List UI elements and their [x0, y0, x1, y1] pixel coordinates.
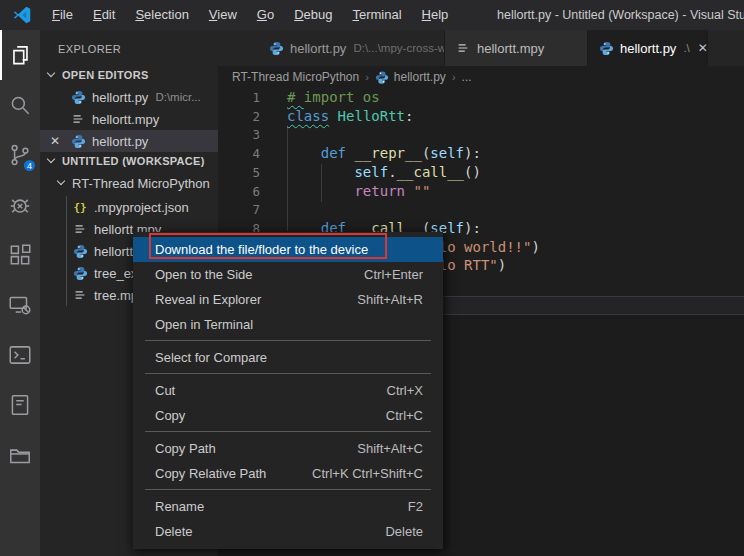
open-editor-hellortt.py[interactable]: hellortt.pyD:\micr... [40, 86, 218, 108]
code-line-3: 3 [218, 125, 744, 144]
context-menu-item-cut[interactable]: CutCtrl+X [133, 378, 443, 403]
tab-hellortt.mpy[interactable]: hellortt.mpy [445, 30, 588, 66]
context-menu-item-open-in-terminal[interactable]: Open in Terminal [133, 312, 443, 337]
menu-item-shortcut: F2 [408, 499, 423, 514]
open-editor-hellortt.py[interactable]: ✕hellortt.py [40, 130, 218, 152]
menu-edit[interactable]: Edit [83, 0, 125, 30]
breadcrumb-item[interactable]: RT-Thread MicroPython [232, 70, 359, 84]
python-icon [375, 70, 389, 84]
chevron-down-icon [47, 69, 55, 77]
menu-item-label: Copy Path [155, 441, 216, 456]
menu-item-label: Open to the Side [155, 267, 253, 282]
python-icon [70, 133, 86, 149]
code-line-1: 1# import os [218, 88, 744, 107]
menu-item-label: Cut [155, 383, 175, 398]
debug-icon[interactable] [0, 180, 40, 230]
folder-icon[interactable] [0, 430, 40, 480]
open-editors-list: hellortt.pyD:\micr...hellortt.mpy✕hellor… [40, 86, 218, 152]
menu-separator [145, 489, 431, 490]
code-line-5: 5 self.__call__() [218, 163, 744, 182]
line-number: 6 [218, 182, 260, 201]
tab-hellortt.py-active[interactable]: hellortt.py.\✕ [588, 30, 708, 66]
menu-view[interactable]: View [199, 0, 247, 30]
close-icon[interactable]: ✕ [40, 134, 70, 148]
context-menu-item-select-for-compare[interactable]: Select for Compare [133, 345, 443, 370]
menu-item-label: Copy [155, 408, 185, 423]
menu-separator [145, 431, 431, 432]
breadcrumb-item[interactable]: ... [462, 70, 472, 84]
explorer-icon[interactable] [0, 30, 40, 80]
menu-item-label: Rename [155, 499, 204, 514]
code-line-7: 7 [218, 200, 744, 219]
tab-hellortt.py[interactable]: hellortt.pyD:\...\mpy-cross-win [218, 30, 445, 66]
source-control-icon[interactable]: 4 [0, 130, 40, 180]
file-icon [70, 111, 86, 127]
python-icon [72, 243, 88, 259]
file-label: .mpyproject.json [94, 200, 189, 215]
tree-folder-rt-thread-micropython[interactable]: RT-Thread MicroPython [40, 172, 218, 194]
breadcrumb: RT-Thread MicroPython›hellortt.py›... [218, 66, 744, 88]
annotation-box [149, 233, 387, 259]
context-menu-item-copy[interactable]: CopyCtrl+C [133, 403, 443, 428]
file-path: D:\micr... [155, 91, 200, 103]
sidebar-title: EXPLORER [58, 43, 121, 55]
context-menu-item-open-to-the-side[interactable]: Open to the SideCtrl+Enter [133, 262, 443, 287]
section-workspace[interactable]: UNTITLED (WORKSPACE) [40, 150, 218, 172]
menu-selection[interactable]: Selection [125, 0, 198, 30]
tree-item-.mpyproject.json[interactable]: {}.mpyproject.json [40, 196, 218, 218]
vscode-logo-icon [12, 5, 32, 25]
context-menu-item-rename[interactable]: RenameF2 [133, 494, 443, 519]
menu-debug[interactable]: Debug [284, 0, 342, 30]
menu-item-label: Select for Compare [155, 350, 267, 365]
menu-item-shortcut: Ctrl+X [387, 383, 423, 398]
python-icon [70, 89, 86, 105]
tab-label: hellortt.py [620, 41, 676, 56]
context-menu-item-delete[interactable]: DeleteDelete [133, 519, 443, 544]
section-open-editors[interactable]: OPEN EDITORS [40, 64, 218, 86]
tab-path: .\ [683, 42, 689, 54]
menu-item-shortcut: Delete [385, 524, 423, 539]
line-number: 7 [218, 200, 260, 219]
vscode-window: FileEditSelectionViewGoDebugTerminalHelp… [0, 0, 744, 556]
code-line-4: 4 def __repr__(self): [218, 144, 744, 163]
file-icon [72, 221, 88, 237]
line-content: # import os [287, 88, 380, 107]
menu-item-label: Open in Terminal [155, 317, 253, 332]
remote-device-icon[interactable] [0, 280, 40, 330]
context-menu-item-copy-relative-path[interactable]: Copy Relative PathCtrl+K Ctrl+Shift+C [133, 461, 443, 486]
menu-terminal[interactable]: Terminal [342, 0, 411, 30]
open-editor-hellortt.mpy[interactable]: hellortt.mpy [40, 108, 218, 130]
menu-go[interactable]: Go [247, 0, 284, 30]
breadcrumb-item[interactable]: hellortt.py [394, 70, 446, 84]
terminal-icon[interactable] [0, 330, 40, 380]
context-menu-item-reveal-in-explorer[interactable]: Reveal in ExplorerShift+Alt+R [133, 287, 443, 312]
activity-bar: 4 [0, 30, 40, 556]
menu-item-shortcut: Shift+Alt+R [357, 292, 423, 307]
file-label: hellortt.py [92, 134, 148, 149]
python-icon [72, 265, 88, 281]
menu-item-label: Reveal in Explorer [155, 292, 261, 307]
line-content: class HelloRtt: [287, 107, 413, 126]
tab-bar: hellortt.pyD:\...\mpy-cross-winhellortt.… [218, 30, 744, 66]
menu-help[interactable]: Help [412, 0, 459, 30]
code-line-2: 2class HelloRtt: [218, 107, 744, 126]
breadcrumb-separator: › [452, 71, 456, 83]
menu-item-shortcut: Shift+Alt+C [357, 441, 423, 456]
title-bar: FileEditSelectionViewGoDebugTerminalHelp… [0, 0, 744, 30]
notebook-icon[interactable] [0, 380, 40, 430]
line-number: 3 [218, 125, 260, 144]
python-icon [598, 40, 614, 56]
extensions-icon[interactable] [0, 230, 40, 280]
menu-item-shortcut: Ctrl+K Ctrl+Shift+C [312, 466, 423, 481]
menu-file[interactable]: File [42, 0, 83, 30]
file-icon [72, 287, 88, 303]
context-menu-item-copy-path[interactable]: Copy PathShift+Alt+C [133, 436, 443, 461]
menu-separator [145, 340, 431, 341]
line-content: return "" [287, 182, 430, 201]
menu-bar: FileEditSelectionViewGoDebugTerminalHelp [42, 0, 458, 30]
search-icon[interactable] [0, 80, 40, 130]
close-icon[interactable]: ✕ [698, 41, 708, 55]
context-menu: Download the file/floder to the deviceOp… [133, 232, 443, 549]
menu-item-label: Delete [155, 524, 193, 539]
menu-item-label: Copy Relative Path [155, 466, 266, 481]
